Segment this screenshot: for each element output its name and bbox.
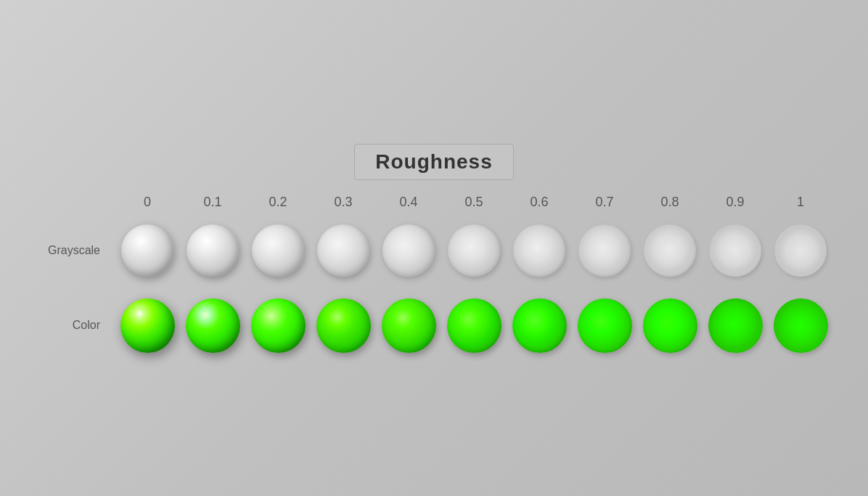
sphere-color-r5 [447, 298, 501, 353]
column-label: 0.5 [441, 195, 507, 210]
column-label: 0.3 [311, 195, 376, 210]
sphere-grayscale-r8 [644, 224, 696, 277]
sphere-color-r9 [708, 298, 763, 353]
sphere-wrapper [311, 298, 376, 353]
sphere-color-r7 [578, 298, 632, 353]
sphere-color-r3 [316, 298, 371, 353]
sphere-wrapper [245, 224, 311, 277]
sphere-grayscale-r7 [578, 224, 631, 277]
sphere-wrapper [572, 298, 637, 353]
sphere-wrapper [768, 224, 833, 277]
row-label: Grayscale [35, 244, 115, 257]
rows-container: GrayscaleColor [35, 217, 833, 353]
sphere-grayscale-r2 [252, 224, 304, 277]
column-label: 0.4 [376, 195, 441, 210]
sphere-color-r4 [382, 298, 436, 353]
column-label: 0.8 [637, 195, 703, 210]
sphere-wrapper [376, 298, 441, 353]
sphere-color-r2 [251, 298, 306, 353]
sphere-grayscale-r3 [317, 224, 369, 277]
spheres-row [115, 298, 833, 353]
sphere-wrapper [115, 298, 180, 353]
sphere-wrapper [507, 224, 572, 277]
sphere-wrapper [245, 298, 311, 353]
column-label: 0.1 [180, 195, 245, 210]
sphere-wrapper [703, 298, 768, 353]
row-label: Color [35, 319, 115, 332]
sphere-grayscale-r0 [121, 224, 173, 277]
title-box: Roughness [354, 144, 513, 180]
sphere-wrapper [507, 298, 572, 353]
sphere-grayscale-r4 [382, 224, 435, 277]
sphere-color-r0 [120, 298, 175, 353]
spheres-row [115, 224, 833, 277]
sphere-color-r8 [643, 298, 697, 353]
sphere-wrapper [572, 224, 637, 277]
sphere-wrapper [441, 298, 507, 353]
page-title: Roughness [375, 150, 492, 173]
sphere-wrapper [441, 224, 507, 277]
sphere-wrapper [637, 298, 703, 353]
sphere-grayscale-r6 [513, 224, 565, 277]
sphere-wrapper [703, 224, 768, 277]
main-container: Roughness 00.10.20.30.40.50.60.70.80.91 … [35, 144, 833, 353]
column-label: 0.9 [703, 195, 768, 210]
row-color: Color [35, 298, 833, 353]
sphere-wrapper [768, 298, 833, 353]
sphere-wrapper [180, 224, 245, 277]
sphere-color-r10 [774, 298, 828, 353]
sphere-wrapper [311, 224, 376, 277]
column-label: 0 [115, 195, 180, 210]
column-label: 1 [768, 195, 833, 210]
sphere-grayscale-r9 [709, 224, 761, 277]
column-label: 0.2 [245, 195, 311, 210]
sphere-wrapper [376, 224, 441, 277]
sphere-color-r6 [512, 298, 567, 353]
row-grayscale: Grayscale [35, 224, 833, 277]
sphere-grayscale-r10 [774, 224, 827, 277]
sphere-grayscale-r1 [187, 224, 239, 277]
column-label: 0.7 [572, 195, 637, 210]
sphere-grayscale-r5 [448, 224, 500, 277]
sphere-wrapper [637, 224, 703, 277]
column-label: 0.6 [507, 195, 572, 210]
sphere-wrapper [115, 224, 180, 277]
sphere-color-r1 [186, 298, 240, 353]
sphere-wrapper [180, 298, 245, 353]
columns-header: 00.10.20.30.40.50.60.70.80.91 [35, 195, 833, 210]
